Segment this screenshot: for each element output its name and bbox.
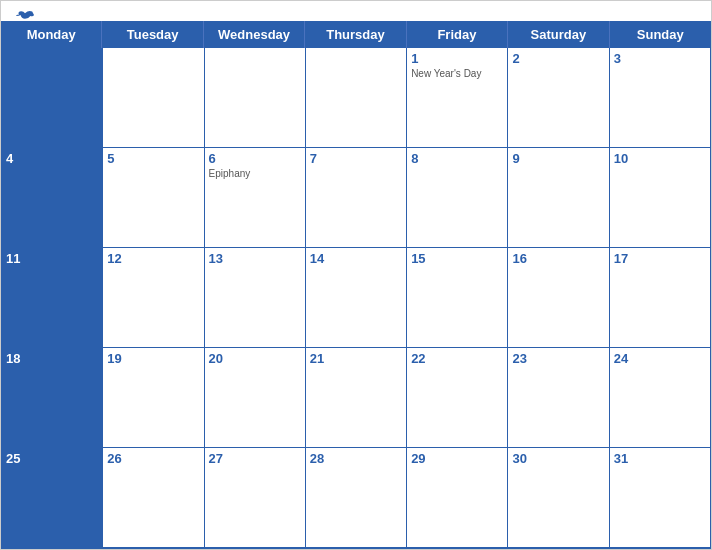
weekday-header: Monday — [1, 21, 102, 48]
holiday-label: Epiphany — [209, 168, 301, 179]
day-cell: 25 — [2, 448, 103, 548]
day-number: 5 — [107, 151, 199, 166]
day-cell: 21 — [306, 348, 407, 448]
day-cell: 9 — [508, 148, 609, 248]
day-number: 13 — [209, 251, 301, 266]
day-cell: 20 — [205, 348, 306, 448]
weekday-header: Wednesday — [204, 21, 305, 48]
day-cell: 11 — [2, 248, 103, 348]
weekday-header: Sunday — [610, 21, 711, 48]
day-number: 21 — [310, 351, 402, 366]
day-number: 4 — [6, 151, 98, 166]
calendar-header — [1, 1, 711, 21]
day-number: 22 — [411, 351, 503, 366]
day-number: 16 — [512, 251, 604, 266]
day-number: 24 — [614, 351, 706, 366]
day-number: 23 — [512, 351, 604, 366]
weekday-header: Saturday — [508, 21, 609, 48]
weekday-header: Friday — [407, 21, 508, 48]
day-cell: 26 — [103, 448, 204, 548]
day-number: 26 — [107, 451, 199, 466]
day-number: 27 — [209, 451, 301, 466]
calendar-container: MondayTuesdayWednesdayThursdayFridaySatu… — [0, 0, 712, 550]
day-number: 7 — [310, 151, 402, 166]
day-number: 25 — [6, 451, 98, 466]
day-number: 18 — [6, 351, 98, 366]
weekday-header: Thursday — [305, 21, 406, 48]
day-number: 20 — [209, 351, 301, 366]
day-cell: 13 — [205, 248, 306, 348]
day-cell: 1New Year's Day — [407, 48, 508, 148]
day-number: 12 — [107, 251, 199, 266]
day-cell — [205, 48, 306, 148]
day-cell: 12 — [103, 248, 204, 348]
day-cell: 2 — [508, 48, 609, 148]
day-cell: 17 — [610, 248, 711, 348]
day-cell: 28 — [306, 448, 407, 548]
day-cell — [306, 48, 407, 148]
day-number: 14 — [310, 251, 402, 266]
day-number: 29 — [411, 451, 503, 466]
day-number: 6 — [209, 151, 301, 166]
day-number: 28 — [310, 451, 402, 466]
day-number: 19 — [107, 351, 199, 366]
day-number: 2 — [512, 51, 604, 66]
day-number: 11 — [6, 251, 98, 266]
day-number: 15 — [411, 251, 503, 266]
day-cell: 19 — [103, 348, 204, 448]
weekday-header: Tuesday — [102, 21, 203, 48]
day-cell: 8 — [407, 148, 508, 248]
logo-blue-text — [16, 9, 36, 23]
day-cell: 30 — [508, 448, 609, 548]
day-number: 30 — [512, 451, 604, 466]
day-cell: 18 — [2, 348, 103, 448]
day-number: 8 — [411, 151, 503, 166]
day-cell: 4 — [2, 148, 103, 248]
logo-bird-icon — [16, 9, 34, 23]
day-cell: 5 — [103, 148, 204, 248]
day-cell: 6Epiphany — [205, 148, 306, 248]
holiday-label: New Year's Day — [411, 68, 503, 79]
day-cell: 10 — [610, 148, 711, 248]
day-cell: 23 — [508, 348, 609, 448]
day-cell: 22 — [407, 348, 508, 448]
day-cell: 29 — [407, 448, 508, 548]
day-cell: 31 — [610, 448, 711, 548]
calendar-grid: 1New Year's Day23456Epiphany789101112131… — [1, 48, 711, 549]
day-cell: 7 — [306, 148, 407, 248]
day-number: 17 — [614, 251, 706, 266]
day-cell: 3 — [610, 48, 711, 148]
day-cell: 24 — [610, 348, 711, 448]
day-cell: 27 — [205, 448, 306, 548]
day-number: 9 — [512, 151, 604, 166]
weekdays-row: MondayTuesdayWednesdayThursdayFridaySatu… — [1, 21, 711, 48]
day-cell: 16 — [508, 248, 609, 348]
day-cell: 14 — [306, 248, 407, 348]
day-number: 31 — [614, 451, 706, 466]
logo-area — [16, 9, 36, 23]
day-cell — [103, 48, 204, 148]
day-number: 1 — [411, 51, 503, 66]
day-number: 3 — [614, 51, 706, 66]
day-cell: 15 — [407, 248, 508, 348]
day-number: 10 — [614, 151, 706, 166]
day-cell — [2, 48, 103, 148]
